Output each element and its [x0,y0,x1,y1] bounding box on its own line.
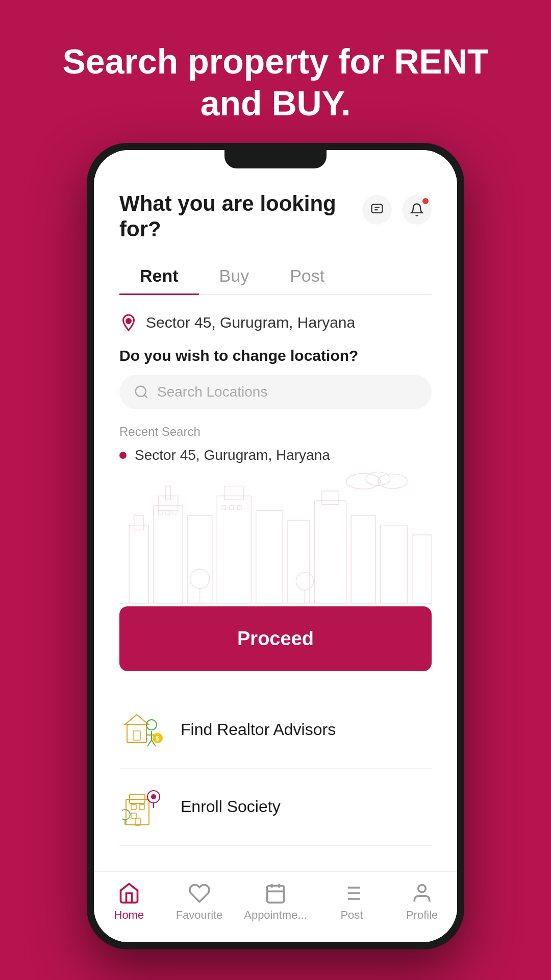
enroll-society-icon [119,784,165,830]
page-header: Search property for RENT and BUY. [0,0,551,144]
svg-rect-8 [154,505,183,603]
nav-favourite-label: Favourite [176,909,223,922]
nav-post-label: Post [340,909,363,922]
svg-rect-49 [131,813,136,818]
menu-item-find-realtor[interactable]: $ Find Realtor Advisors [119,692,432,769]
search-box[interactable]: Search Locations [119,375,432,409]
location-row: Sector 45, Gurugram, Haryana [119,313,432,332]
recent-dot [119,452,127,459]
svg-rect-24 [222,505,226,509]
svg-point-3 [126,318,132,324]
svg-rect-20 [412,535,432,603]
bottom-nav: Home Favourite Appointme... [94,871,457,942]
nav-home-label: Home [114,909,144,922]
proceed-button[interactable]: Proceed [119,606,432,671]
svg-point-34 [378,474,407,488]
svg-rect-0 [372,205,383,213]
tab-post[interactable]: Post [269,258,345,294]
svg-point-33 [366,472,390,485]
svg-point-70 [418,885,426,893]
app-content: What you are looking for? [94,150,457,871]
menu-item-enroll-society[interactable]: Enroll Society [119,769,432,846]
svg-rect-23 [173,510,177,514]
location-pin-icon [119,313,138,332]
auctions-icon [119,861,165,871]
notification-badge [421,197,430,205]
change-location-label: Do you wish to change location? [119,347,432,364]
enroll-society-label: Enroll Society [181,797,281,816]
svg-point-30 [296,572,313,590]
svg-line-41 [147,740,152,746]
top-bar: What you are looking for? [119,181,432,242]
screen-content: What you are looking for? [94,150,457,942]
svg-rect-48 [139,804,144,810]
svg-line-5 [144,395,147,398]
svg-rect-25 [230,505,234,509]
svg-rect-18 [351,516,375,603]
svg-rect-13 [224,486,244,500]
svg-rect-17 [322,491,339,505]
svg-rect-47 [131,804,136,810]
city-illustration [119,463,432,606]
svg-text:$: $ [156,735,159,742]
nav-profile-label: Profile [406,909,438,922]
svg-rect-22 [166,510,170,514]
current-location-text: Sector 45, Gurugram, Haryana [146,314,355,331]
notification-icon-button[interactable] [402,195,432,225]
top-icons [362,195,432,225]
nav-home[interactable]: Home [104,882,155,922]
app-page-title: What you are looking for? [119,191,362,242]
nav-profile[interactable]: Profile [396,882,447,922]
svg-rect-50 [135,818,140,825]
svg-rect-60 [267,886,284,902]
search-icon [134,384,149,400]
svg-rect-21 [159,510,163,514]
svg-rect-6 [129,525,148,603]
recent-search-item[interactable]: Sector 45, Gurugram, Haryana [119,447,432,463]
svg-rect-16 [315,501,346,603]
tab-rent[interactable]: Rent [119,258,199,294]
svg-rect-9 [159,496,178,510]
nav-appointments[interactable]: Appointme... [244,882,307,922]
svg-rect-10 [166,486,171,500]
menu-item-auctions[interactable]: Auctions [119,846,432,871]
recent-search-label: Recent Search [119,425,432,439]
svg-rect-19 [381,525,408,603]
realtor-advisor-icon: $ [119,707,165,753]
svg-rect-15 [288,520,310,603]
tabs-container: Rent Buy Post [119,258,432,295]
phone-mockup: What you are looking for? [87,143,464,949]
svg-rect-7 [134,516,144,530]
nav-favourite[interactable]: Favourite [174,882,225,922]
svg-point-4 [136,386,146,397]
svg-rect-14 [256,510,283,603]
svg-marker-36 [124,715,149,725]
svg-rect-26 [237,505,241,509]
svg-point-28 [190,569,210,589]
page-header-title: Search property for RENT and BUY. [31,41,520,124]
recent-location-text: Sector 45, Gurugram, Haryana [135,447,330,463]
nav-post[interactable]: Post [326,882,377,922]
svg-point-32 [346,473,381,489]
search-input[interactable]: Search Locations [157,384,267,400]
svg-point-52 [151,794,156,799]
phone-notch [224,150,327,168]
svg-rect-12 [217,496,251,603]
nav-appointments-label: Appointme... [244,909,307,922]
tab-buy[interactable]: Buy [199,258,270,294]
phone-screen: What you are looking for? [94,150,457,942]
find-realtor-label: Find Realtor Advisors [181,720,336,739]
chat-icon-button[interactable] [362,195,392,225]
